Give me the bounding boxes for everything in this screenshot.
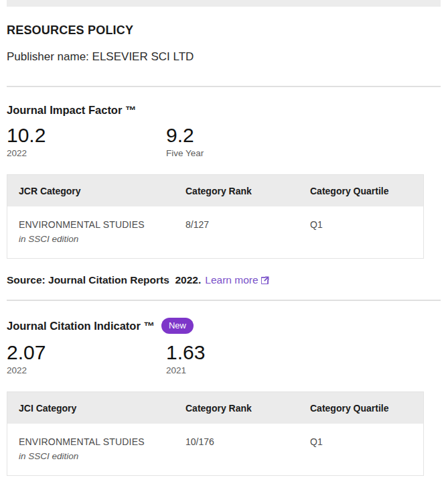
metric-value: 10.2	[7, 124, 166, 146]
metric-current-year: 10.2 2022	[7, 124, 166, 158]
table-row: ENVIRONMENTAL STUDIES in SSCI edition 10…	[7, 424, 423, 475]
page-title: RESOURCES POLICY	[7, 23, 441, 38]
category-name: ENVIRONMENTAL STUDIES	[19, 436, 185, 447]
column-header-quartile: Category Quartile	[310, 403, 423, 414]
metric-label: 2022	[7, 365, 166, 375]
table-row: ENVIRONMENTAL STUDIES in SSCI edition 8/…	[7, 206, 423, 258]
metric-value: 9.2	[166, 124, 325, 146]
external-link-icon	[260, 275, 270, 285]
jcr-category-table: JCR Category Category Rank Category Quar…	[7, 174, 424, 259]
quartile-cell: Q1	[310, 219, 423, 244]
column-header-category: JCR Category	[19, 186, 185, 196]
metric-value: 2.07	[7, 341, 166, 363]
rank-cell: 8/127	[185, 219, 310, 244]
learn-more-link[interactable]: Learn more	[205, 274, 269, 286]
metric-label: 2021	[166, 365, 325, 375]
collapsed-panel-strip	[7, 0, 441, 7]
journal-profile-page: RESOURCES POLICY Publisher name: ELSEVIE…	[0, 0, 448, 490]
category-edition: in SSCI edition	[19, 234, 185, 244]
citation-indicator-section: Journal Citation Indicator ™ New 2.07 20…	[7, 318, 441, 476]
metric-value: 1.63	[166, 341, 325, 363]
table-header-row: JCI Category Category Rank Category Quar…	[7, 392, 423, 424]
metric-five-year: 9.2 Five Year	[166, 124, 325, 158]
source-line: Source: Journal Citation Reports 2022. L…	[7, 274, 441, 286]
column-header-quartile: Category Quartile	[310, 186, 423, 196]
metric-label: Five Year	[166, 148, 325, 158]
new-badge: New	[161, 318, 194, 334]
citation-indicator-heading: Journal Citation Indicator ™	[7, 320, 155, 332]
rank-cell: 10/176	[185, 436, 310, 461]
page-content: RESOURCES POLICY Publisher name: ELSEVIE…	[7, 7, 441, 476]
category-edition: in SSCI edition	[19, 451, 185, 461]
metric-label: 2022	[7, 148, 166, 158]
category-cell: ENVIRONMENTAL STUDIES in SSCI edition	[19, 219, 185, 244]
impact-factor-heading: Journal Impact Factor ™	[7, 104, 136, 117]
section-divider	[7, 86, 441, 87]
table-header-row: JCR Category Category Rank Category Quar…	[7, 175, 423, 206]
impact-factor-metrics: 10.2 2022 9.2 Five Year	[7, 124, 441, 158]
jci-category-table: JCI Category Category Rank Category Quar…	[7, 391, 424, 476]
citation-indicator-metrics: 2.07 2022 1.63 2021	[7, 341, 441, 375]
column-header-category: JCI Category	[19, 403, 185, 414]
category-name: ENVIRONMENTAL STUDIES	[19, 219, 185, 230]
quartile-cell: Q1	[310, 436, 423, 461]
column-header-rank: Category Rank	[185, 403, 310, 414]
section-divider	[7, 300, 441, 301]
learn-more-label: Learn more	[205, 274, 258, 286]
category-cell: ENVIRONMENTAL STUDIES in SSCI edition	[19, 436, 185, 461]
publisher-name: Publisher name: ELSEVIER SCI LTD	[7, 50, 441, 64]
metric-previous-year: 1.63 2021	[166, 341, 325, 375]
impact-factor-section: Journal Impact Factor ™ 10.2 2022 9.2 Fi…	[7, 104, 441, 286]
column-header-rank: Category Rank	[185, 186, 310, 196]
source-text: Source: Journal Citation Reports 2022.	[7, 274, 201, 286]
metric-current-year: 2.07 2022	[7, 341, 166, 375]
